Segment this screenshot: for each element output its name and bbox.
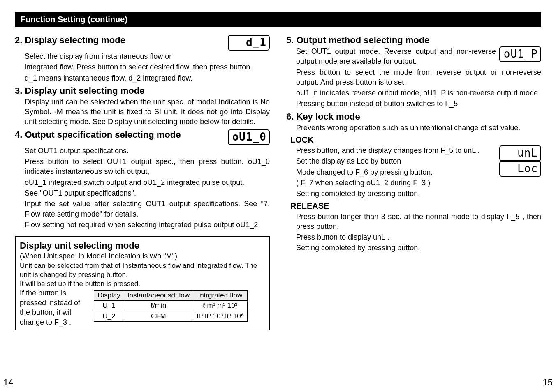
heading-text: Display unit selecting mode <box>20 240 139 251</box>
lcd-display: d_1 <box>228 35 270 51</box>
heading-text: 3. Display unit selecting mode <box>15 85 144 96</box>
release-heading: RELEASE <box>290 201 541 211</box>
th-inst: Instantaneousd flow <box>124 291 193 301</box>
th-display: Display <box>94 291 124 301</box>
box-sub: (When Unit spec. in Model Indication is … <box>20 252 265 261</box>
body-s4: Set OUT1 output specifications. Press bu… <box>25 146 270 230</box>
text: oU1_n indicates reverse output mode, oU1… <box>296 88 541 98</box>
cell: U_1 <box>94 301 124 311</box>
table-row: U_1 ℓ/min ℓ m³ m³ 10³ <box>94 301 248 311</box>
lcd-display: oU1_P <box>499 46 541 62</box>
text: integrated flow. Press button to select … <box>25 62 270 72</box>
section-banner: Function Setting (continue) <box>15 12 541 27</box>
body-release: Press button longer than 3 sec. at the n… <box>296 212 541 253</box>
text: See "OUT1 output specifications". <box>25 188 270 198</box>
page: Function Setting (continue) 2. Display s… <box>0 0 556 392</box>
heading-text: 5. Output method selecting mode <box>286 35 429 46</box>
text: Pressing button instead of button switch… <box>296 99 541 108</box>
text: Unit can be selected from that of Instan… <box>20 261 265 279</box>
left-column: 2. Display selecting mode d_1 Select the… <box>15 32 270 330</box>
text: Setting completed by pressing button. <box>296 189 541 198</box>
heading-3: 3. Display unit selecting mode <box>15 85 270 96</box>
page-number-right: 15 <box>543 377 553 388</box>
cell: ft³ ft³ 10³ ft³ 10⁶ <box>193 311 247 322</box>
cell: ℓ/min <box>124 301 193 311</box>
text: Select the display from instantaneous fl… <box>25 51 270 61</box>
unit-table: Display Instantaneousd flow Intrgrated f… <box>94 290 248 322</box>
body-s3: Display unit can be selected when the un… <box>25 97 270 127</box>
right-column: 5. Output method selecting mode oU1_P Se… <box>286 32 541 330</box>
box-side-text: If the button is pressed instead of the … <box>20 288 90 327</box>
body-s2: Select the display from instantaneous fl… <box>25 51 270 83</box>
text: d_1 means instantaneous flow, d_2 integr… <box>25 73 270 83</box>
box-row: If the button is pressed instead of the … <box>20 288 265 327</box>
heading-6: 6. Key lock mode <box>286 111 541 122</box>
lcd-display: Loc <box>499 161 541 177</box>
text: Press button to display unL . <box>296 232 541 242</box>
th-intg: Intrgrated flow <box>193 291 247 301</box>
text: Flow setting not required when selecting… <box>25 220 270 230</box>
box-body: Unit can be selected from that of Instan… <box>20 261 265 288</box>
lcd-display: oU1_0 <box>228 129 270 145</box>
box-display-unit: Display unit selecting mode (When Unit s… <box>15 236 270 330</box>
text: Set OUT1 output specifications. <box>25 146 270 156</box>
heading-text: 4. Output specification selecting mode <box>15 129 181 140</box>
text: Setting completed by pressing button. <box>296 243 541 253</box>
text: ( F_7 when selecting oU1_2 during F_3 ) <box>296 178 541 188</box>
text: It will be set up if the button is press… <box>20 279 265 288</box>
lcd-display: unL <box>499 145 541 161</box>
text: oU1_1 integrated switch output and oU1_2… <box>25 178 270 187</box>
heading-5: 5. Output method selecting mode <box>286 35 541 46</box>
heading-text: 2. Display selecting mode <box>15 35 125 46</box>
body-s5: oU1_P Set OUT1 output mode. Reverse outp… <box>296 46 541 109</box>
cell: U_2 <box>94 311 124 322</box>
text: Press button to select OUT1 output spec.… <box>25 157 270 177</box>
body-s6: Prevents wrong operation such as uninten… <box>296 123 541 133</box>
cell: CFM <box>124 311 193 322</box>
page-number-left: 14 <box>3 377 13 388</box>
cell: ℓ m³ m³ 10³ <box>193 301 247 311</box>
lock-heading: LOCK <box>290 135 541 145</box>
text: Prevents wrong operation such as uninten… <box>296 123 541 133</box>
columns: 2. Display selecting mode d_1 Select the… <box>15 32 541 330</box>
table-row: Display Instantaneousd flow Intrgrated f… <box>94 291 248 301</box>
heading-4: 4. Output specification selecting mode o… <box>15 129 270 145</box>
heading-2: 2. Display selecting mode d_1 <box>15 35 270 51</box>
text: Press button longer than 3 sec. at the n… <box>296 212 541 232</box>
table-row: U_2 CFM ft³ ft³ 10³ ft³ 10⁶ <box>94 311 248 322</box>
text: Press button to select the mode from rev… <box>296 67 541 88</box>
text: Display unit can be selected when the un… <box>25 97 270 127</box>
text: Input the set value after selecting OUT1… <box>25 199 270 219</box>
body-lock: unL Press button, and the display change… <box>296 145 541 198</box>
heading-text: 6. Key lock mode <box>286 111 360 122</box>
box-heading: Display unit selecting mode <box>20 240 265 251</box>
